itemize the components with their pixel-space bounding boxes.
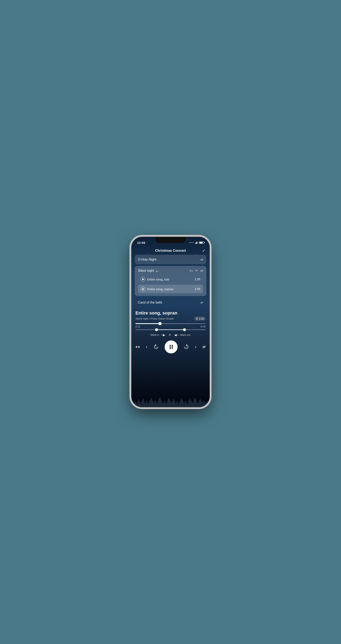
repeat-icon-silent-night[interactable]: ⇄ <box>200 269 203 272</box>
song-title-o-holy-night: O Holy Night <box>138 258 156 262</box>
wave-bar <box>191 400 191 407</box>
wave-bar <box>167 402 167 407</box>
wave-bar <box>194 399 195 407</box>
clear-loop-button[interactable]: ✕ <box>168 333 171 337</box>
song-item-o-holy-night[interactable]: O Holy Night ⇄ <box>135 255 206 264</box>
chevron-down-icon[interactable]: ✓ <box>202 248 206 253</box>
track-list: Entire song, tutti 1:05 Entire song, sop… <box>138 275 203 293</box>
wave-bar <box>176 402 177 407</box>
current-time: 0:24 <box>135 325 140 328</box>
mark-out-button[interactable]: ◀⊢ Mark out <box>174 333 191 336</box>
edit-icon[interactable]: ✏ <box>195 269 198 272</box>
wave-bar <box>180 400 181 407</box>
forward-10-button[interactable]: 10 <box>184 344 189 350</box>
wave-bar <box>179 404 179 407</box>
wave-bar <box>142 400 143 407</box>
wave-bar <box>161 400 161 407</box>
signal-icon <box>189 242 194 243</box>
wave-bar <box>146 402 146 407</box>
main-content: Christmas Concert ✓ O Holy Night ⇄ Sile <box>131 247 210 407</box>
track-name-tutti: Entire song, tutti <box>147 278 169 281</box>
song-title-silent-night: Silent night <box>138 269 154 272</box>
wave-bar <box>142 401 142 407</box>
wave-bar <box>149 401 150 407</box>
wave-bar <box>169 400 170 407</box>
wave-bar <box>145 404 146 407</box>
status-time: 12:06 <box>137 241 145 244</box>
loop-track[interactable] <box>135 329 206 330</box>
wave-bar <box>165 403 166 407</box>
wave-bar <box>176 404 176 407</box>
fit-to-screen-button[interactable] <box>135 345 140 349</box>
wave-bar <box>173 400 173 407</box>
wave-bar <box>177 401 177 407</box>
wave-bar <box>201 401 202 407</box>
wave-bar <box>177 402 178 407</box>
wave-bar <box>207 402 207 407</box>
loop-start-thumb[interactable] <box>155 328 158 331</box>
wave-bar <box>203 402 203 407</box>
wave-bar <box>178 403 178 407</box>
wave-bar <box>190 399 190 407</box>
pause-button[interactable] <box>165 340 178 354</box>
wave-bar <box>138 400 138 407</box>
track-left-sopran: Entire song, sopran <box>141 287 174 291</box>
track-item-sopran[interactable]: Entire song, sopran 1:05 <box>138 285 203 293</box>
wave-bar <box>168 399 169 407</box>
loop-end-thumb[interactable] <box>183 328 186 331</box>
wave-bar <box>208 402 208 407</box>
song-list: O Holy Night ⇄ Silent night 🔉 ≡♪ ✏ <box>131 255 210 307</box>
wave-bar <box>159 398 160 407</box>
wave-bar <box>140 404 141 407</box>
phone-frame: 12:06 Christmas Concert ✓ <box>131 236 210 408</box>
wave-bar <box>202 404 203 407</box>
wave-bar <box>150 400 150 407</box>
track-item-tutti[interactable]: Entire song, tutti 1:05 <box>138 275 203 284</box>
song-title-carol: Carol of the bells <box>138 301 162 304</box>
track-name-sopran: Entire song, sopran <box>147 287 174 291</box>
play-icon[interactable] <box>141 277 145 282</box>
track-duration-sopran: 1:05 <box>195 287 200 290</box>
song-item-silent-night[interactable]: Silent night 🔉 ≡♪ ✏ ⇄ <box>135 266 206 296</box>
repeat-icon-carol[interactable]: ⇄ <box>200 300 203 304</box>
wave-bar <box>158 401 158 407</box>
queue-icon[interactable]: ≡♪ <box>190 269 193 272</box>
song-item-header-silent-night: Silent night 🔉 ≡♪ ✏ ⇄ <box>138 269 203 272</box>
repeat-button[interactable]: ⇄ <box>203 345 206 349</box>
now-playing-subtitle: Silent night / Franz Xaver Gruber <box>135 317 174 320</box>
wave-bar <box>143 400 144 407</box>
wave-bar <box>148 403 148 407</box>
previous-button[interactable]: ‹ <box>146 344 147 350</box>
mark-controls: Mark in ⊣▶ ✕ ◀⊢ Mark out <box>131 332 210 339</box>
wave-bar <box>135 401 136 407</box>
song-item-carol[interactable]: Carol of the bells ⇄ <box>135 298 206 307</box>
wave-bar <box>154 402 155 407</box>
progress-bar[interactable] <box>135 323 206 324</box>
download-icon: ⬇ <box>196 317 198 320</box>
next-button[interactable]: › <box>195 344 196 350</box>
wave-bar <box>181 399 181 407</box>
repeat-icon[interactable]: ⇄ <box>200 258 203 262</box>
wave-bar <box>171 402 171 407</box>
wave-bar <box>207 401 208 407</box>
wave-bar <box>137 402 138 407</box>
track-duration-tutti: 1:05 <box>195 278 200 281</box>
mark-in-button[interactable]: Mark in ⊣▶ <box>151 333 165 336</box>
wave-bar <box>197 402 197 407</box>
wave-bar <box>204 401 205 407</box>
now-playing-track: Entire song, sopran <box>135 310 206 316</box>
speed-button[interactable]: ⬇ 1.0x <box>194 316 206 321</box>
playback-controls: ‹ 10 10 <box>131 339 210 356</box>
volume-icon[interactable]: 🔉 <box>156 269 159 272</box>
wave-bar <box>132 404 133 407</box>
progress-thumb[interactable] <box>158 322 162 325</box>
replay-10-button[interactable]: 10 <box>153 344 159 350</box>
wave-bar <box>137 404 137 407</box>
wave-bar <box>163 402 164 407</box>
svg-text:10: 10 <box>185 346 187 348</box>
wave-bar <box>134 405 135 407</box>
progress-fill <box>135 323 160 324</box>
wave-bar <box>152 401 153 407</box>
pause-icon[interactable] <box>141 287 145 291</box>
wave-bar <box>160 397 160 407</box>
